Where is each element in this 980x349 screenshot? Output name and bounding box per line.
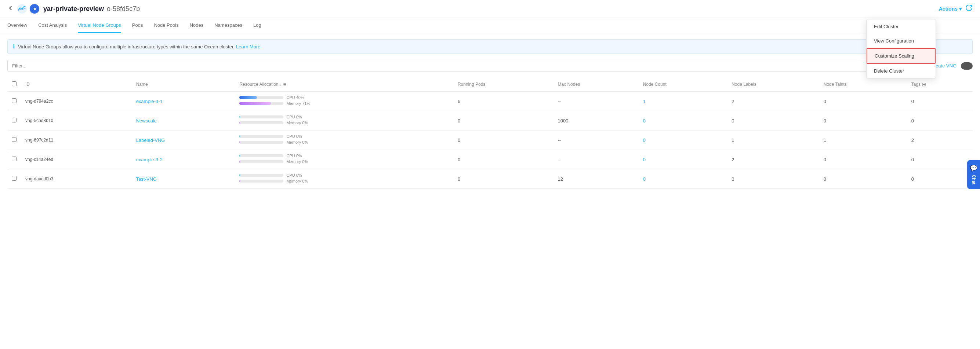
memory-label: Memory 71% xyxy=(286,101,310,106)
dropdown-customize-scaling[interactable]: Customize Scaling xyxy=(867,48,935,64)
row-node-taints: 0 xyxy=(819,91,907,111)
row-running-pods: 0 xyxy=(453,150,554,170)
dropdown-view-configuration[interactable]: View Configuration xyxy=(867,34,935,48)
row-node-taints: 0 xyxy=(819,111,907,130)
memory-bar-bg xyxy=(239,141,283,144)
row-name[interactable]: Newscale xyxy=(132,111,235,130)
chat-icon: 💬 xyxy=(970,165,977,172)
row-checkbox-cell[interactable] xyxy=(7,170,21,189)
memory-bar-bg xyxy=(239,179,283,182)
row-tags: 2 xyxy=(907,130,973,150)
row-name[interactable]: example-3-1 xyxy=(132,91,235,111)
cpu-label: CPU 0% xyxy=(286,154,302,158)
view-toggle-button[interactable] xyxy=(961,62,973,70)
cpu-bar-fill xyxy=(239,135,240,138)
th-id: ID xyxy=(21,78,132,91)
row-checkbox-1[interactable] xyxy=(12,118,16,122)
row-checkbox-cell[interactable] xyxy=(7,91,21,111)
vng-name-link[interactable]: Labeled-VNG xyxy=(136,138,165,143)
row-max-nodes: 1000 xyxy=(553,111,638,130)
row-tags: 0 xyxy=(907,91,973,111)
tab-cost-analysis[interactable]: Cost Analysis xyxy=(38,18,67,33)
row-name[interactable]: Labeled-VNG xyxy=(132,130,235,150)
node-count-link[interactable]: 0 xyxy=(643,157,646,162)
sort-icon: ↓ xyxy=(280,82,282,87)
row-node-taints: 0 xyxy=(819,170,907,189)
back-button[interactable] xyxy=(7,5,14,13)
tab-virtual-node-groups[interactable]: Virtual Node Groups xyxy=(78,18,121,33)
th-name: Name xyxy=(132,78,235,91)
filter-input[interactable] xyxy=(7,60,879,72)
table-row: vng-d794a2cc example-3-1 CPU 40% Memory … xyxy=(7,91,973,111)
vng-name-link[interactable]: example-3-1 xyxy=(136,98,162,104)
cpu-bar-bg xyxy=(239,116,283,118)
select-all-checkbox[interactable] xyxy=(12,81,16,86)
row-checkbox-4[interactable] xyxy=(12,176,16,181)
row-tags: 0 xyxy=(907,111,973,130)
row-name[interactable]: example-3-2 xyxy=(132,150,235,170)
row-checkbox-cell[interactable] xyxy=(7,111,21,130)
row-checkbox-0[interactable] xyxy=(12,98,16,103)
learn-more-link[interactable]: Learn More xyxy=(236,44,260,49)
node-count-link[interactable]: 0 xyxy=(643,118,646,124)
tab-node-pools[interactable]: Node Pools xyxy=(154,18,178,33)
row-running-pods: 0 xyxy=(453,111,554,130)
header-actions: Actions ▾ xyxy=(939,5,973,13)
row-max-nodes: -- xyxy=(553,130,638,150)
row-resource-allocation: CPU 0% Memory 0% xyxy=(235,130,453,150)
row-node-taints: 0 xyxy=(819,150,907,170)
chevron-down-icon: ▾ xyxy=(959,6,962,12)
row-name[interactable]: Test-VNG xyxy=(132,170,235,189)
th-running-pods: Running Pods xyxy=(453,78,554,91)
node-count-link[interactable]: 1 xyxy=(643,98,646,104)
refresh-button[interactable] xyxy=(966,5,973,13)
row-node-count: 0 xyxy=(639,150,727,170)
tab-nodes[interactable]: Nodes xyxy=(190,18,204,33)
row-checkbox-cell[interactable] xyxy=(7,150,21,170)
row-checkbox-cell[interactable] xyxy=(7,130,21,150)
tab-log[interactable]: Log xyxy=(253,18,261,33)
memory-bar-fill xyxy=(239,160,240,163)
actions-button[interactable]: Actions ▾ xyxy=(939,6,962,12)
row-checkbox-3[interactable] xyxy=(12,157,16,161)
row-node-labels: 2 xyxy=(727,150,819,170)
vng-name-link[interactable]: example-3-2 xyxy=(136,157,162,162)
cpu-label: CPU 0% xyxy=(286,134,302,138)
table-row: vng-c14a24ed example-3-2 CPU 0% Memory 0… xyxy=(7,150,973,170)
row-node-count: 1 xyxy=(639,91,727,111)
tab-overview[interactable]: Overview xyxy=(7,18,27,33)
tab-pods[interactable]: Pods xyxy=(132,18,143,33)
memory-bar-fill xyxy=(239,141,240,144)
tabs-bar: Overview Cost Analysis Virtual Node Grou… xyxy=(0,18,980,33)
table-row: vng-daacd0b3 Test-VNG CPU 0% Memory 0% xyxy=(7,170,973,189)
row-node-count: 0 xyxy=(639,130,727,150)
wave-logo-icon xyxy=(17,4,27,14)
svg-text:⎈: ⎈ xyxy=(33,6,37,11)
cpu-bar-fill xyxy=(239,116,240,118)
vng-name-link[interactable]: Newscale xyxy=(136,118,157,124)
column-settings-icon[interactable]: ⊞ xyxy=(922,81,926,87)
th-resource-allocation[interactable]: Resource Allocation ↓ ≡ xyxy=(235,78,453,91)
column-menu-icon[interactable]: ≡ xyxy=(283,81,286,87)
row-checkbox-2[interactable] xyxy=(12,137,16,142)
th-select-all[interactable] xyxy=(7,78,21,91)
dropdown-delete-cluster[interactable]: Delete Cluster xyxy=(867,64,935,78)
row-id: vng-d794a2cc xyxy=(21,91,132,111)
row-running-pods: 6 xyxy=(453,91,554,111)
dropdown-edit-cluster[interactable]: Edit Cluster xyxy=(867,19,935,34)
vng-name-link[interactable]: Test-VNG xyxy=(136,176,157,182)
info-icon: ℹ xyxy=(13,43,15,50)
tab-namespaces[interactable]: Namespaces xyxy=(214,18,242,33)
node-count-link[interactable]: 0 xyxy=(643,176,646,182)
memory-bar-bg xyxy=(239,102,283,105)
th-tags: Tags ⊞ xyxy=(907,78,973,91)
info-banner-text: Virtual Node Groups allow you to configu… xyxy=(18,44,235,49)
actions-dropdown: Edit Cluster View Configuration Customiz… xyxy=(866,19,936,78)
chat-button[interactable]: 💬 Chat xyxy=(967,160,980,189)
table-row: vng-5cbd8b10 Newscale CPU 0% Memory 0% xyxy=(7,111,973,130)
row-node-labels: 2 xyxy=(727,91,819,111)
row-tags: 0 xyxy=(907,170,973,189)
node-count-link[interactable]: 0 xyxy=(643,138,646,143)
memory-bar-bg xyxy=(239,160,283,163)
cluster-name: yar-private-preview xyxy=(43,5,104,13)
